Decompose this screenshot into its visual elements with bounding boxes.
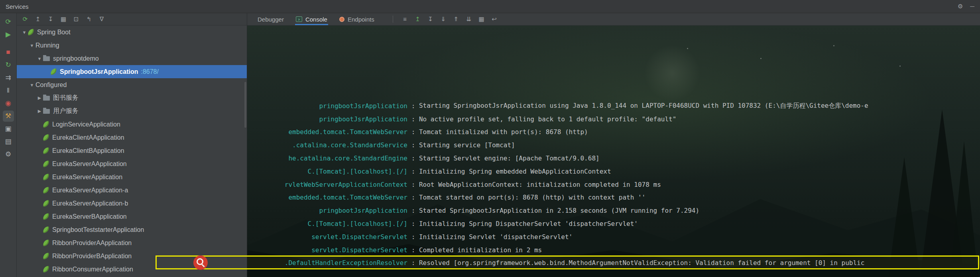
tree-item-configured[interactable]: ▼Configured — [17, 78, 247, 91]
settings-menu-icon[interactable]: ≡ — [399, 16, 411, 23]
up-stack-trace-icon[interactable]: ↥ — [412, 16, 423, 23]
log-message: Starting Servlet engine: [Apache Tomcat/… — [419, 154, 980, 162]
tab-label: Debugger — [258, 16, 284, 23]
scroll-to-top-icon[interactable]: ⇑ — [451, 16, 462, 23]
tree-item-label: RibbonProviderBApplication — [52, 253, 132, 260]
previous-icon[interactable]: ↰ — [84, 16, 94, 23]
console-output[interactable]: pringbootJsrApplication : Starting Sprin… — [247, 25, 980, 277]
background-star — [760, 58, 762, 59]
rerun-icon[interactable]: ⟳ — [3, 16, 14, 28]
scroll-to-end-icon[interactable]: ⇓ — [438, 16, 449, 23]
clear-console-icon[interactable]: ⇊ — [463, 16, 474, 23]
log-separator: : — [407, 128, 419, 136]
tree-item-eurekaclientbapplication[interactable]: EurekaClientBApplication — [17, 144, 247, 157]
tree-item-springbootteststarterapplication[interactable]: SpringbootTeststarterApplication — [17, 223, 247, 236]
tab-console[interactable]: ›Console — [296, 13, 327, 25]
log-message: Root WebApplicationContext: initializati… — [419, 181, 980, 188]
chevron-down-icon[interactable]: ▼ — [21, 30, 28, 35]
tree-item-loginserviceapplication[interactable]: LoginServiceApplication — [17, 118, 247, 131]
tool-window-titlebar: Services ⚙─ — [0, 0, 980, 13]
chevron-right-icon[interactable]: ▶ — [36, 95, 43, 101]
spring-boot-icon — [28, 29, 34, 35]
log-message: Initializing Servlet 'dispatcherServlet' — [419, 233, 980, 241]
chevron-down-icon[interactable]: ▼ — [28, 83, 35, 87]
console-toolbar: ≡↥↧⇓⇑⇊▦↩ — [399, 16, 500, 23]
tab-debugger[interactable]: Debugger — [258, 13, 284, 25]
print-icon[interactable]: ▦ — [476, 16, 487, 23]
run-actions-toolbar: ⟳▶■↻⇉‖◉⚒▣▤⚙ — [0, 13, 17, 277]
pause-icon[interactable]: ‖ — [3, 85, 14, 96]
log-line: pringbootJsrApplication : Started Spring… — [247, 204, 980, 217]
tree-item-row-5[interactable]: ▶图书服务 — [17, 91, 247, 105]
spring-boot-icon — [43, 187, 49, 193]
debug-icon[interactable]: ▶ — [3, 29, 14, 40]
folder-icon — [43, 56, 50, 61]
toolbar-separator — [393, 16, 393, 23]
resume-icon[interactable]: ⇉ — [3, 72, 14, 83]
log-logger-name: rvletWebServerApplicationContext — [247, 181, 407, 188]
stop-icon[interactable]: ■ — [3, 47, 14, 58]
collapse-all-icon[interactable]: ↧ — [45, 16, 56, 23]
spring-boot-icon — [43, 213, 49, 220]
edit-configuration-icon[interactable]: ⚒ — [3, 111, 14, 122]
filter-icon[interactable]: ∇ — [96, 16, 107, 23]
log-line: pringbootJsrApplication : Starting Sprin… — [247, 99, 980, 113]
tab-label: Console — [305, 16, 327, 23]
tab-endpoints[interactable]: Endpoints — [339, 13, 374, 25]
thread-dump-icon[interactable]: ▣ — [3, 123, 14, 135]
layout-icon[interactable]: ▤ — [3, 136, 14, 147]
down-stack-trace-icon[interactable]: ↧ — [425, 16, 436, 23]
tree-item-label: SpringbootTeststarterApplication — [52, 226, 144, 233]
refresh-icon[interactable]: ⟳ — [20, 16, 30, 23]
tree-item-springbootjsrapplication[interactable]: SpringbootJsrApplication:8678/ — [17, 65, 247, 78]
breakpoints-icon[interactable]: ◉ — [3, 98, 14, 109]
service-port-link[interactable]: :8678/ — [141, 68, 158, 75]
log-logger-name: embedded.tomcat.TomcatWebServer — [247, 128, 407, 136]
folder-icon — [43, 96, 50, 101]
tree-item-eurekaserveraapplication[interactable]: EurekaServerAApplication — [17, 157, 247, 170]
tree-item-ribbonproviderbapplication[interactable]: RibbonProviderBApplication — [17, 249, 247, 263]
log-logger-name: .DefaultHandlerExceptionResolver — [247, 259, 407, 267]
tree-item-ribbonprovideraapplication[interactable]: RibbonProviderAApplication — [17, 236, 247, 249]
tree-item-eurekaserverapplication-a[interactable]: EurekaServerApplication-a — [17, 184, 247, 197]
log-line: he.catalina.core.StandardEngine : Starti… — [247, 152, 980, 165]
tree-item-label: 图书服务 — [53, 94, 79, 102]
settings-icon[interactable]: ⚙ — [3, 149, 14, 160]
log-message: Started SpringbootJsrApplication in 2.15… — [419, 207, 980, 214]
spring-boot-icon — [43, 147, 49, 154]
group-icon[interactable]: ▦ — [58, 16, 69, 23]
spring-boot-icon — [43, 160, 49, 167]
main-area: ⟳▶■↻⇉‖◉⚒▣▤⚙ ⟳↥↧▦⊡↰∇ ▼Spring Boot▼Running… — [0, 13, 980, 277]
tree-scrollbar[interactable] — [244, 82, 246, 128]
log-line: C.[Tomcat].[localhost].[/] : Initializin… — [247, 165, 980, 178]
spring-boot-icon — [43, 200, 49, 206]
tree-item-label: EurekaServerApplication-b — [52, 200, 128, 207]
expand-all-icon[interactable]: ↥ — [33, 16, 43, 23]
tree-item-eurekaserverbapplication[interactable]: EurekaServerBApplication — [17, 210, 247, 223]
tree-item-running[interactable]: ▼Running — [17, 39, 247, 52]
restart-icon[interactable]: ↻ — [3, 59, 14, 71]
hide-icon[interactable]: ─ — [970, 3, 974, 10]
view-options-icon[interactable]: ⊡ — [71, 16, 81, 23]
soft-wrap-icon[interactable]: ↩ — [489, 16, 500, 23]
tree-item-spring-boot[interactable]: ▼Spring Boot — [17, 26, 247, 39]
chevron-down-icon[interactable]: ▼ — [28, 43, 35, 48]
log-separator: : — [407, 233, 419, 241]
console-tabs: Debugger›ConsoleEndpoints — [258, 13, 386, 25]
spring-boot-icon — [50, 68, 57, 75]
endpoints-icon — [339, 17, 344, 22]
chevron-down-icon[interactable]: ▼ — [36, 56, 43, 61]
tree-item-label: RibbonConsumerApplication — [52, 266, 133, 273]
log-separator: : — [407, 259, 419, 267]
tree-item-label: Running — [35, 42, 59, 49]
tool-window-options-icon[interactable]: ⚙ — [958, 3, 963, 10]
tree-item-eurekaclientaapplication[interactable]: EurekaClientAApplication — [17, 131, 247, 144]
tree-item-springbootdemo[interactable]: ▼springbootdemo — [17, 52, 247, 65]
chevron-right-icon[interactable]: ▶ — [36, 109, 43, 114]
log-line: pringbootJsrApplication : No active prof… — [247, 113, 980, 126]
log-logger-name: servlet.DispatcherServlet — [247, 233, 407, 241]
tree-item-ribbonconsumerapplication[interactable]: RibbonConsumerApplication — [17, 263, 247, 276]
tree-item-eurekaserverapplication-b[interactable]: EurekaServerApplication-b — [17, 197, 247, 210]
tree-item-row-6[interactable]: ▶用户服务 — [17, 105, 247, 118]
tree-item-eurekaserverapplication[interactable]: EurekaServerApplication — [17, 170, 247, 184]
